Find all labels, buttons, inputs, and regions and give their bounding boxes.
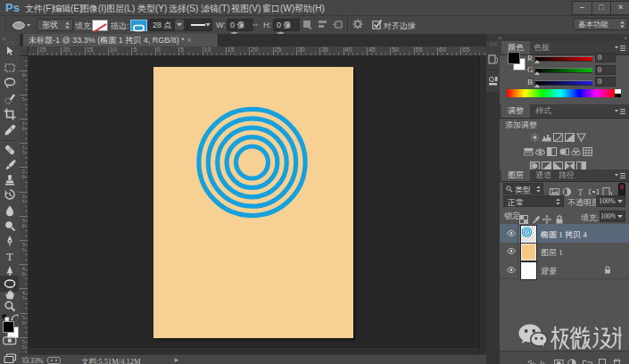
svg-text:+: + xyxy=(332,21,335,28)
svg-text:T: T xyxy=(577,187,583,196)
svg-text:T: T xyxy=(6,250,13,262)
svg-text:fx: fx xyxy=(540,360,545,364)
